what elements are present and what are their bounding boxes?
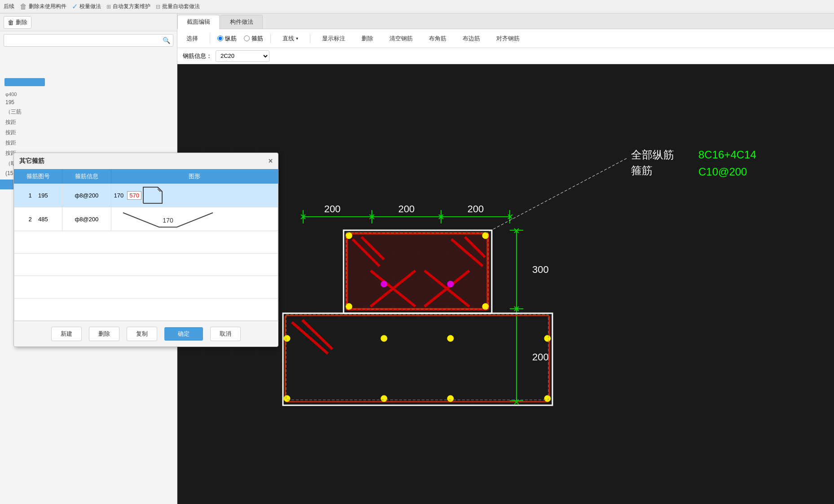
node-bot-8 (544, 395, 551, 402)
auto-icon: ⊞ (106, 4, 111, 10)
dialog-close-button[interactable]: × (269, 157, 273, 165)
item-by-dist-3-label: 按距 (5, 140, 16, 146)
row2-info: ф8@200 (62, 207, 111, 231)
annotation-stirrup: 箍筋 (631, 164, 653, 176)
longitudinal-label: 纵筋 (225, 35, 237, 43)
node-bot-2 (381, 335, 387, 342)
left-toolbar: 🗑 删除 (0, 13, 177, 31)
shape-svg-2: 170 (114, 209, 222, 229)
copy-button[interactable]: 复制 (127, 327, 157, 341)
tab-section-edit-label: 截面编辑 (187, 18, 210, 25)
calibrate-icon: ✓ (72, 2, 78, 11)
table-row[interactable]: 1 195 ф8@200 170 570 (14, 184, 278, 207)
tab-component-method[interactable]: 构件做法 (221, 15, 263, 29)
tab-section-edit[interactable]: 截面编辑 (177, 15, 220, 29)
node-bot-1 (284, 335, 290, 342)
annotation-rebar-spec-1: 8C16+4C14 (698, 149, 756, 161)
cancel-button[interactable]: 取消 (210, 327, 241, 341)
delete-rebar-label: 删除 (362, 35, 373, 43)
top-bar-item-batch-auto[interactable]: ⊟ 批量自动套做法 (156, 3, 200, 10)
list-item-195[interactable]: 195 (0, 98, 177, 107)
top-bar-item-back[interactable]: 后续 (4, 3, 14, 10)
shape-svg-1 (141, 185, 164, 205)
annotation-rebar-spec-2: C10@200 (698, 166, 747, 178)
item-195-label: 195 (5, 99, 14, 105)
search-bar[interactable]: 🔍 (4, 34, 173, 47)
batch-icon: ⊟ (156, 4, 160, 10)
back-label: 后续 (4, 3, 14, 10)
node-tr (482, 232, 489, 239)
top-bar-item-auto-plan[interactable]: ⊞ 自动复方案维护 (106, 3, 150, 10)
row1-num-label: 1 (28, 192, 31, 199)
list-item-by-dist-2[interactable]: 按距 (0, 127, 177, 138)
item-three-label: （三筋 (5, 109, 22, 115)
longitudinal-radio[interactable]: 纵筋 (217, 35, 237, 43)
table-row[interactable]: 2 485 ф8@200 170 (14, 207, 278, 231)
rebar-info-select[interactable]: 2C20 2C16 2C14 (216, 50, 269, 62)
dim-200-2: 200 (398, 203, 415, 215)
confirm-button[interactable]: 确定 (164, 327, 203, 341)
table-row-empty-3 (14, 276, 278, 298)
top-toolbar: 后续 🗑 删除未使用构件 ✓ 校量做法 ⊞ 自动复方案维护 ⊟ 批量自动套做法 (0, 0, 834, 13)
delete-stirrup-button[interactable]: 删除 (89, 327, 119, 341)
divider-2 (270, 34, 271, 44)
node-bl (346, 303, 352, 310)
delete-icon: 🗑 (8, 19, 14, 26)
longitudinal-radio-input[interactable] (217, 35, 223, 41)
search-icon: 🔍 (163, 37, 170, 44)
clear-rebar-button[interactable]: 清空钢筋 (385, 33, 417, 44)
node-bot-6 (381, 395, 387, 402)
col-header-info: 箍筋信息 (62, 170, 111, 184)
select-button[interactable]: 选择 (182, 33, 203, 44)
show-annotation-label: 显示标注 (322, 35, 345, 43)
col-header-id: 箍筋图号 (14, 170, 62, 184)
list-item-by-dist-1[interactable]: 按距 (0, 117, 177, 127)
stirrup-radio[interactable]: 箍筋 (244, 35, 263, 43)
dropdown-icon: ▾ (296, 36, 298, 41)
dialog-content: 箍筋图号 箍筋信息 图形 1 195 ф8@200 170 (14, 169, 278, 321)
delete-button[interactable]: 🗑 删除 (4, 16, 31, 29)
side-rebar-button[interactable]: 布边筋 (458, 33, 485, 44)
top-bar-item-delete-unused[interactable]: 🗑 删除未使用构件 (20, 3, 66, 11)
batch-auto-label: 批量自动套做法 (162, 3, 200, 10)
progress-bar (4, 78, 45, 86)
show-annotation-button[interactable]: 显示标注 (318, 33, 350, 44)
item-15-label: (15 (5, 170, 13, 176)
top-bar-item-calibrate[interactable]: ✓ 校量做法 (72, 2, 101, 11)
new-button[interactable]: 新建 (51, 327, 82, 341)
auto-plan-label: 自动复方案维护 (113, 3, 150, 10)
table-row-empty-4 (14, 298, 278, 321)
dialog-title-bar: 其它箍筋 × (14, 153, 278, 169)
node-tl (346, 232, 352, 239)
delete-label: 删除 (16, 18, 27, 26)
align-rebar-label: 对齐钢筋 (496, 35, 520, 43)
row1-num: 1 195 (14, 184, 62, 207)
row2-id: 485 (38, 216, 48, 223)
divider-1 (210, 34, 210, 44)
calibrate-label: 校量做法 (79, 3, 101, 10)
dim-300: 300 (532, 264, 549, 275)
dim-200-4: 200 (532, 351, 549, 363)
dim-200-3: 200 (468, 203, 484, 215)
align-rebar-button[interactable]: 对齐钢筋 (492, 33, 524, 44)
tab-bar: 截面编辑 构件做法 (177, 13, 834, 29)
straight-line-label: 直线 (282, 35, 294, 43)
list-item-three-rebar[interactable]: （三筋 (0, 107, 177, 117)
clear-rebar-label: 清空钢筋 (389, 35, 413, 43)
corner-rebar-button[interactable]: 布角筋 (424, 33, 451, 44)
stirrup-dialog: 其它箍筋 × 箍筋图号 箍筋信息 图形 1 195 ф (13, 153, 278, 347)
search-input[interactable] (4, 37, 173, 44)
node-m2 (447, 281, 454, 287)
stirrup-table: 箍筋图号 箍筋信息 图形 1 195 ф8@200 170 (14, 169, 278, 321)
list-item-by-dist-3[interactable]: 按距 (0, 138, 177, 148)
stirrup-label: 箍筋 (252, 35, 263, 43)
rebar-info-label: 钢筋信息： (183, 52, 212, 60)
straight-line-button[interactable]: 直线 ▾ (278, 33, 303, 44)
stirrup-radio-input[interactable] (244, 35, 250, 41)
dialog-title-text: 其它箍筋 (19, 157, 44, 165)
table-row-empty-2 (14, 254, 278, 276)
row1-dim1: 170 (114, 192, 124, 199)
item-by-dist-1-label: 按距 (5, 119, 16, 125)
delete-rebar-button[interactable]: 删除 (357, 33, 378, 44)
row1-dim2-box: 570 (127, 191, 141, 200)
